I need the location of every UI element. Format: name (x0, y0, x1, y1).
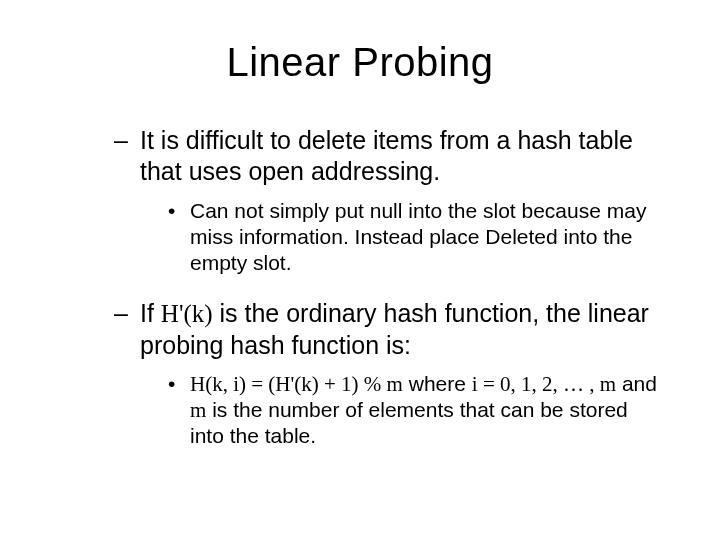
bullet-level1: –If H'(k) is the ordinary hash function,… (60, 298, 660, 361)
point-text: where (403, 372, 472, 395)
slide: Linear Probing –It is difficult to delet… (0, 0, 720, 540)
bullet-icon: • (168, 198, 190, 224)
point-text-prefix: If (140, 299, 161, 327)
point-text: and (616, 372, 657, 395)
formula-text: H(k, i) = (H'(k) + 1) % m (190, 372, 403, 396)
hash-function-symbol: H'(k) (161, 300, 213, 327)
dash-icon: – (114, 298, 140, 329)
i-sequence: i = 0, 1, 2, … , m (472, 372, 616, 396)
bullet-icon: • (168, 371, 190, 397)
bullet-level2: •Can not simply put null into the slot b… (60, 198, 660, 277)
m-variable: m (190, 398, 206, 422)
point-text: is the number of elements that can be st… (190, 398, 628, 447)
bullet-level2: •H(k, i) = (H'(k) + 1) % m where i = 0, … (60, 371, 660, 450)
dash-icon: – (114, 125, 140, 156)
point-text-suffix: is the ordinary hash function, the linea… (140, 299, 649, 358)
point-text: Can not simply put null into the slot be… (190, 199, 646, 275)
point-text: It is difficult to delete items from a h… (140, 126, 633, 185)
bullet-level1: –It is difficult to delete items from a … (60, 125, 660, 188)
slide-title: Linear Probing (60, 40, 660, 85)
